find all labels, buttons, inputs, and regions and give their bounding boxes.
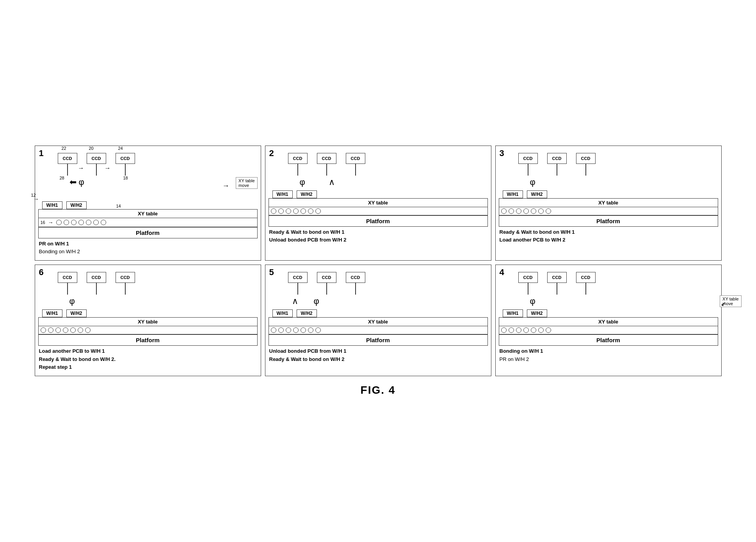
ref-14: 14 [116, 204, 258, 208]
wh1-box: W/H1 [42, 309, 62, 317]
ccd-stem [297, 283, 298, 295]
ccd-unit: CCD [288, 272, 308, 295]
arrow-2: → [105, 165, 111, 172]
roller [286, 208, 291, 214]
ccd-unit: CCD [317, 272, 336, 295]
roller-row-6 [38, 326, 258, 334]
ccd-box: CCD [87, 153, 106, 164]
description-1: PR on W/H 1 Bonding on W/H 2 [38, 238, 258, 257]
xy-table-5: XY table [269, 317, 488, 326]
desc-line-1: Ready & Wait to bond on W/H 1 [269, 228, 487, 236]
ccd-unit: CCD [547, 272, 567, 295]
wh-row-5: W/H1 W/H2 [272, 309, 488, 317]
panel-5: 5 CCD CCD CCD ∧ [265, 265, 491, 376]
roller [315, 327, 321, 333]
wh2-box: W/H2 [527, 309, 547, 317]
roller [301, 208, 306, 214]
description-4: Bonding on W/H 1 PR on W/H 2 [499, 346, 718, 364]
ccd-unit: CCD [576, 153, 596, 176]
caret-5: ∧ [292, 296, 298, 306]
ccd-stem [355, 164, 356, 176]
roller [63, 327, 68, 333]
desc-line-2: Ready & Wait to bond on W/H 2. [39, 355, 257, 363]
ccd-unit: CCD [116, 153, 135, 176]
ccd-box: CCD [547, 272, 567, 283]
xy-table-4: XY table [499, 317, 718, 326]
platform-5: Platform [269, 334, 488, 346]
wh1-box: W/H1 [503, 190, 523, 198]
ccd-box: CCD [576, 153, 596, 164]
roller [278, 208, 284, 214]
ccd-box: CCD [288, 153, 308, 164]
wh-row-4: W/H1 W/H2 [503, 309, 718, 317]
ref-22: 22 [62, 146, 66, 151]
wh1-box: W/H1 [42, 201, 62, 209]
platform-4: Platform [499, 334, 718, 346]
ccd-stem [585, 164, 586, 176]
platform-2: Platform [269, 215, 488, 227]
roller [523, 208, 529, 214]
roller [301, 327, 306, 333]
roller [501, 208, 507, 214]
roller [48, 327, 53, 333]
ccd-stem [585, 283, 586, 295]
phi-symbol-3: φ [530, 177, 535, 187]
desc-line-2: Bonding on W/H 2 [39, 248, 257, 256]
ccd-box: CCD [346, 272, 365, 283]
wh1-box: W/H1 [272, 190, 293, 198]
ccd-stem [125, 164, 126, 176]
main-container: 1 22 20 24 CCD CCD CCD [27, 138, 729, 404]
roller [538, 208, 544, 214]
ref-18: 18 [123, 176, 128, 180]
caret-2: ∧ [329, 177, 335, 187]
xy-table-1: XY table [38, 209, 258, 218]
ccd-box: CCD [518, 153, 538, 164]
roller [315, 208, 321, 214]
roller [516, 327, 521, 333]
ccd-unit: CCD [58, 153, 77, 176]
ccd-stem [67, 283, 68, 295]
roller [64, 220, 69, 225]
xy-table-3: XY table [499, 198, 718, 207]
arrow-1: → [78, 165, 84, 172]
roller [509, 208, 514, 214]
platform-6: Platform [38, 334, 258, 346]
roller [86, 220, 91, 225]
wh2-box: W/H2 [527, 190, 547, 198]
ccd-box: CCD [547, 153, 567, 164]
ccd-box: CCD [58, 272, 77, 283]
desc-line-1: Bonding on W/H 1 [500, 347, 717, 355]
roller [41, 327, 46, 333]
ccd-unit: CCD [547, 153, 567, 176]
description-2: Ready & Wait to bond on W/H 1 Unload bon… [269, 227, 488, 245]
ccd-stem [125, 283, 126, 295]
xy-move-note-1: XY table move [236, 177, 257, 189]
roller [271, 208, 276, 214]
roller [546, 208, 551, 214]
platform-3: Platform [499, 215, 718, 227]
roller [501, 327, 507, 333]
ccd-stem [355, 283, 356, 295]
desc-line-1: Unload bonded PCB from W/H 1 [269, 347, 487, 355]
roller [93, 220, 99, 225]
roller-row-2 [269, 207, 488, 215]
roller-row-5 [269, 326, 488, 334]
panel-6: 6 CCD CCD CCD φ [35, 265, 261, 376]
ccd-stem [528, 283, 528, 295]
platform-1: Platform [38, 227, 258, 238]
roller [70, 327, 76, 333]
phi-symbol-4: φ [530, 296, 535, 306]
wh2-box: W/H2 [297, 190, 317, 198]
ccd-unit: CCD [288, 153, 308, 176]
wh-row-2: W/H1 W/H2 [272, 190, 488, 198]
roller [523, 327, 529, 333]
desc-line-2: Unload bonded PCB from W/H 2 [269, 236, 487, 244]
roller [538, 327, 544, 333]
roller [531, 327, 536, 333]
panel-4: 4 CCD CCD CCD φ [495, 265, 722, 376]
panel-3: 3 CCD CCD CCD φ [495, 146, 722, 261]
desc-line-1: PR on W/H 1 [39, 240, 257, 248]
panel-number-4: 4 [500, 267, 504, 277]
roller-row-3 [499, 207, 718, 215]
ccd-unit: CCD [87, 272, 106, 295]
